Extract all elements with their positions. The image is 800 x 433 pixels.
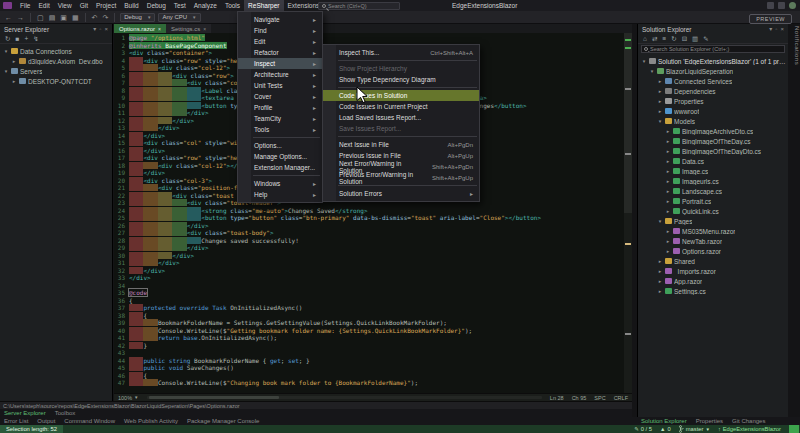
- collapse-all-icon[interactable]: ⊟: [682, 34, 687, 44]
- tree-item-landscape-cs[interactable]: ▸Landscape.cs: [638, 186, 788, 196]
- tree-item-dependencies[interactable]: ▸Dependencies: [638, 86, 788, 96]
- panel-tab-web-publish-activity[interactable]: Web Publish Activity: [124, 418, 178, 424]
- tree-item-d3lguldev-axiom-dev-dbo[interactable]: ▸d3lguldev.Axiom_Dev.dbo: [0, 56, 112, 66]
- panel-tab-package-manager-console[interactable]: Package Manager Console: [187, 418, 259, 424]
- debug-target-combo[interactable]: Debug ▼: [120, 13, 155, 22]
- tree-item-bingimagearchivedto-cs[interactable]: ▸BingImageArchiveDto.cs: [638, 126, 788, 136]
- menu-item-tools[interactable]: Tools▸: [238, 124, 322, 135]
- chevron-icon[interactable]: ▸: [665, 238, 671, 244]
- editor-tab-options-razor[interactable]: Options.razor×: [114, 24, 166, 33]
- chevron-icon[interactable]: ▸: [665, 148, 671, 154]
- code-line[interactable]: 46 {: [114, 372, 624, 380]
- code-line[interactable]: 44 public string BookmarkFolderName { ge…: [114, 357, 624, 365]
- menu-item-options[interactable]: Options...: [238, 140, 322, 151]
- chevron-icon[interactable]: ▸: [665, 248, 671, 254]
- code-line[interactable]: 24 <strong class="me-auto">Changes Saved…: [114, 207, 624, 215]
- code-line[interactable]: 40 Console.WriteLine($"Getting bookmark …: [114, 327, 624, 335]
- chevron-icon[interactable]: ▸: [665, 178, 671, 184]
- tree-item-ms035menu-razor[interactable]: ▸MS035Menu.razor: [638, 226, 788, 236]
- chevron-icon[interactable]: ▸: [665, 228, 671, 234]
- chevron-icon[interactable]: ▸: [665, 198, 671, 204]
- back-arrow-icon[interactable]: ←: [4, 11, 13, 24]
- quick-search-box[interactable]: Search (Ctrl+Q): [318, 2, 400, 10]
- code-line[interactable]: 33</div>: [114, 274, 624, 282]
- menu-item-show-project-hierarchy[interactable]: Show Project Hierarchy: [323, 63, 479, 74]
- pending-changes-filter-icon[interactable]: ≡: [662, 34, 666, 44]
- chevron-icon[interactable]: ▸: [657, 98, 663, 104]
- branch-selector[interactable]: master ▼: [679, 425, 710, 433]
- chevron-icon[interactable]: ▾: [657, 118, 663, 124]
- add-connection-icon[interactable]: +: [24, 34, 28, 44]
- menu-item-find[interactable]: Find▸: [238, 25, 322, 36]
- chevron-down-icon[interactable]: ▾: [769, 24, 772, 34]
- chevron-icon[interactable]: ▸: [11, 58, 17, 64]
- chevron-icon[interactable]: ▸: [665, 158, 671, 164]
- background-tasks-indicator[interactable]: [789, 425, 799, 433]
- tree-item-newtab-razor[interactable]: ▸NewTab.razor: [638, 236, 788, 246]
- code-line[interactable]: 41 return base.OnInitializedAsync();: [114, 334, 624, 342]
- editor-tab-settings-cs[interactable]: Settings.cs×: [166, 24, 211, 33]
- menubar-item-edit[interactable]: Edit: [34, 0, 53, 11]
- code-line[interactable]: 47 Console.WriteLine($"Changing book mar…: [114, 379, 624, 387]
- menu-item-code-issues-in-solution[interactable]: Code Issues in Solution: [323, 90, 479, 101]
- tree-item-settings-cs[interactable]: ▸Settings.cs: [638, 286, 788, 296]
- new-file-icon[interactable]: ▢: [36, 11, 45, 24]
- code-line[interactable]: 29 </div>: [114, 244, 624, 252]
- panel-tab-properties[interactable]: Properties: [696, 418, 723, 424]
- code-line[interactable]: 26 </div>: [114, 222, 624, 230]
- chevron-icon[interactable]: ▸: [657, 288, 663, 294]
- menubar-item-build[interactable]: Build: [120, 0, 142, 11]
- menubar-item-debug[interactable]: Debug: [143, 0, 170, 11]
- menu-item-profile[interactable]: Profile▸: [238, 102, 322, 113]
- tree-item-data-connections[interactable]: ▾Data Connections: [0, 46, 112, 56]
- show-all-files-icon[interactable]: ▥: [692, 34, 698, 44]
- chevron-icon[interactable]: ▸: [657, 258, 663, 264]
- close-icon[interactable]: ×: [158, 26, 161, 32]
- chevron-icon[interactable]: ▸: [657, 88, 663, 94]
- menubar-item-analyze[interactable]: Analyze: [190, 0, 221, 11]
- menu-item-teamcity[interactable]: TeamCity▸: [238, 113, 322, 124]
- account-avatar[interactable]: [789, 2, 796, 9]
- menu-item-edit[interactable]: Edit▸: [238, 36, 322, 47]
- menu-item-inspect[interactable]: Inspect▸: [238, 58, 322, 69]
- chevron-icon[interactable]: ▾: [3, 48, 9, 54]
- settings-gear-icon[interactable]: [778, 2, 785, 9]
- menu-item-unit-tests[interactable]: Unit Tests▸: [238, 80, 322, 91]
- open-file-icon[interactable]: ▤: [48, 11, 57, 24]
- code-line[interactable]: 28 Changes saved successfully!: [114, 237, 624, 245]
- panel-tab-git-changes[interactable]: Git Changes: [732, 418, 765, 424]
- menu-item-previous-error-warning-in-solution[interactable]: Previous Error/Warning in SolutionShift+…: [323, 172, 479, 183]
- horizontal-scrollbar[interactable]: [147, 396, 542, 399]
- menu-item-extension-manager[interactable]: Extension Manager...: [238, 162, 322, 173]
- save-all-icon[interactable]: ▦: [71, 11, 80, 24]
- close-icon[interactable]: ×: [780, 24, 784, 34]
- menu-item-code-issues-in-current-project[interactable]: Code Issues in Current Project: [323, 101, 479, 112]
- code-line[interactable]: 31 </div>: [114, 259, 624, 267]
- tree-item-pages[interactable]: ▾Pages: [638, 216, 788, 226]
- tree-item-bingimageofthedaydto-cs[interactable]: ▸BingImageOfTheDayDto.cs: [638, 146, 788, 156]
- properties-icon[interactable]: ✎: [703, 34, 708, 44]
- menu-item-manage-options[interactable]: Manage Options...: [238, 151, 322, 162]
- tree-item-imageurls-cs[interactable]: ▸Imageurls.cs: [638, 176, 788, 186]
- chevron-icon[interactable]: ▸: [11, 78, 17, 84]
- chevron-icon[interactable]: ▸: [665, 138, 671, 144]
- tree-item-solution-edgeextensionsblazor-1-of-1-project[interactable]: ▾Solution 'EdgeExtensionsBlazor' (1 of 1…: [638, 56, 788, 66]
- chevron-icon[interactable]: ▸: [665, 188, 671, 194]
- refresh-icon[interactable]: ↻: [671, 34, 676, 44]
- code-line[interactable]: 43: [114, 349, 624, 357]
- menubar-item-resharper[interactable]: ReSharper: [244, 0, 283, 11]
- feedback-icon[interactable]: [767, 2, 774, 9]
- chevron-icon[interactable]: ▸: [657, 78, 663, 84]
- code-line[interactable]: 45 public void SaveChanges(): [114, 364, 624, 372]
- menu-item-cover[interactable]: Cover▸: [238, 91, 322, 102]
- chevron-icon[interactable]: ▸: [665, 128, 671, 134]
- menu-item-help[interactable]: Help▸: [238, 189, 322, 200]
- panel-tab-error-list[interactable]: Error List: [4, 418, 28, 424]
- code-line[interactable]: 27 <div class="toast-body">: [114, 229, 624, 237]
- switch-views-icon[interactable]: ⇄: [652, 34, 657, 44]
- tree-item-shared[interactable]: ▸Shared: [638, 256, 788, 266]
- menu-item-refactor[interactable]: Refactor▸: [238, 47, 322, 58]
- menubar-item-project[interactable]: Project: [92, 0, 120, 11]
- tree-item-options-razor[interactable]: ▸Options.razor: [638, 246, 788, 256]
- pending-changes-status[interactable]: ✎ 0 / 5: [634, 425, 652, 433]
